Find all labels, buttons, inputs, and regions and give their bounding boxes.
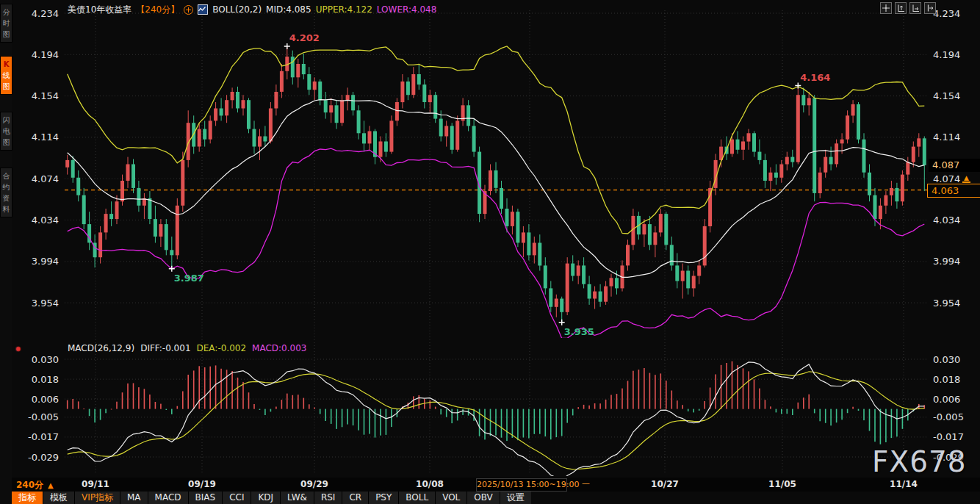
- circle-plus-icon[interactable]: [184, 5, 193, 15]
- sidebar-tab-char: 图: [3, 81, 10, 92]
- y-tick-label: -0.017: [933, 431, 964, 442]
- chart-app: 分时图K线图闪电图合约资料 4.2023.9873.9354.1644.2344…: [0, 0, 980, 504]
- macd-header: MACD(26,12,9) DIFF:-0.001 DEA:-0.002 MAC…: [68, 343, 306, 353]
- boll-upper-value: UPPER:4.122: [316, 4, 372, 15]
- sidebar-tab-char: 分: [3, 7, 10, 18]
- toolbar-button-KDJ[interactable]: KDJ: [251, 492, 280, 504]
- macd-label: MACD(26,12,9): [68, 343, 134, 353]
- y-tick-label: 4.114: [32, 132, 59, 143]
- sidebar: 分时图K线图闪电图合约资料: [0, 0, 12, 504]
- toolbar-button-OBV[interactable]: OBV: [467, 492, 500, 504]
- toolbar-button-模板[interactable]: 模板: [43, 492, 74, 504]
- toolbar-button-VOL[interactable]: VOL: [436, 492, 466, 504]
- boll-lower-value: LOWER:4.048: [377, 4, 437, 15]
- x-tick-label: 09/19: [188, 479, 216, 489]
- toolbar-button-MACD[interactable]: MACD: [148, 492, 188, 504]
- toolbar-button-设置[interactable]: 设置: [500, 492, 531, 504]
- toolbar-button-CCI[interactable]: CCI: [223, 492, 251, 504]
- sidebar-tab-char: 电: [3, 126, 10, 137]
- selected-period-badge: 2025/10/13 15:00~19:00 一: [476, 478, 567, 492]
- sidebar-tab-char: 资: [3, 192, 10, 204]
- sidebar-tab-2[interactable]: 闪电图: [0, 112, 12, 151]
- corner-toolbar: [880, 2, 936, 14]
- sidebar-tab-char: 线: [3, 70, 10, 81]
- y-tick-label: 4.234: [32, 8, 59, 19]
- x-tick-label: 10/08: [416, 479, 444, 489]
- chart-type-icon[interactable]: [198, 4, 208, 15]
- pan-right-icon[interactable]: [924, 2, 936, 14]
- scroll-to-latest-icon[interactable]: ▲: [962, 175, 970, 183]
- price-annotation: 3.987: [174, 273, 204, 284]
- y-tick-label: 4.194: [933, 49, 960, 60]
- x-tick-label: 09/11: [82, 479, 109, 489]
- macd-macd-value: MACD:0.003: [252, 343, 306, 353]
- up-triangle-icon: ▲: [48, 481, 54, 489]
- y-tick-label: 4.034: [933, 215, 960, 226]
- timeframe-selector[interactable]: 240分▲: [16, 479, 54, 492]
- x-tick-label: 09/29: [300, 479, 328, 489]
- macd-dea-value: DEA:-0.002: [197, 343, 247, 353]
- sidebar-tab-1[interactable]: K线图: [0, 56, 12, 95]
- y-tick-label: -0.005: [28, 411, 59, 422]
- y-tick-label: -0.005: [933, 411, 964, 422]
- sidebar-tab-char: 料: [3, 204, 10, 215]
- crosshair-icon[interactable]: [880, 2, 892, 14]
- y-tick-label: 4.034: [32, 215, 59, 226]
- toolbar-button-VIP指标[interactable]: VIP指标: [75, 492, 120, 504]
- y-tick-label: 3.994: [32, 256, 59, 267]
- y-tick-label: 4.074: [32, 173, 59, 184]
- sidebar-tab-char: 合: [3, 170, 10, 181]
- symbol-title: 美债10年收益率: [68, 4, 131, 16]
- sidebar-tab-3[interactable]: 合约资料: [0, 168, 12, 217]
- sidebar-tab-char: 约: [3, 181, 10, 192]
- sidebar-tab-char: 图: [3, 29, 10, 40]
- y-tick-label: 0.018: [32, 374, 59, 385]
- price-annotation: 4.164: [800, 72, 830, 83]
- y-axis-fit-icon[interactable]: [895, 2, 907, 14]
- y-tick-label: 4.154: [933, 90, 960, 101]
- y-tick-label: 0.006: [32, 394, 59, 405]
- toolbar-button-BIAS[interactable]: BIAS: [189, 492, 223, 504]
- y-tick-label: 4.114: [933, 132, 960, 143]
- watermark: FX678: [872, 445, 967, 478]
- chart-header: 美债10年收益率 【240分】 BOLL(20,2) MID:4.085 UPP…: [68, 4, 436, 15]
- sidebar-tab-char: 闪: [3, 115, 10, 126]
- indicator-marker-icon[interactable]: ✹: [15, 345, 21, 354]
- sidebar-tab-0[interactable]: 分时图: [0, 4, 12, 43]
- y-tick-label: 3.954: [933, 298, 960, 309]
- price-marker-cross: [559, 320, 565, 325]
- sidebar-tab-char: 时: [3, 18, 10, 29]
- toolbar-button-MA[interactable]: MA: [120, 492, 148, 504]
- price-annotation: 3.935: [564, 326, 594, 337]
- y-tick-label: -0.017: [28, 431, 59, 442]
- boll-label: BOLL(20,2): [212, 4, 262, 15]
- sidebar-tab-char: 图: [3, 137, 10, 148]
- y-tick-label: 3.954: [32, 298, 59, 309]
- toolbar-button-PSY[interactable]: PSY: [369, 492, 398, 504]
- x-axis-fit-icon[interactable]: [909, 2, 921, 14]
- toolbar-button-BOLL[interactable]: BOLL: [399, 492, 435, 504]
- x-tick-label: 11/14: [890, 479, 918, 489]
- y-tick-label: 4.234: [933, 8, 960, 19]
- toolbar-button-RSI[interactable]: RSI: [314, 492, 342, 504]
- y-tick-label: 0.030: [933, 354, 960, 365]
- date-axis: 240分▲ 2025/10/13 15:00~19:00 一 09/1109/1…: [12, 478, 980, 492]
- price-marker-cross: [284, 43, 290, 49]
- price-annotation: 4.202: [289, 32, 320, 43]
- quote-price-label: 4.063: [927, 184, 980, 198]
- toolbar-button-指标[interactable]: 指标: [12, 492, 43, 504]
- y-tick-label: -0.029: [28, 452, 59, 463]
- y-tick-label: 0.018: [933, 374, 960, 385]
- indicator-toolbar: 指标模板VIP指标MAMACDBIASCCIKDJLW&RSICRPSYBOLL…: [12, 492, 531, 504]
- macd-diff-value: DIFF:-0.001: [140, 343, 190, 353]
- y-tick-label: 3.994: [933, 256, 960, 267]
- sidebar-tab-char: K: [4, 59, 10, 70]
- toolbar-button-CR[interactable]: CR: [342, 492, 368, 504]
- x-tick-label: 11/05: [768, 479, 796, 489]
- chart-canvas[interactable]: 4.2023.9873.9354.1644.2344.2344.1944.194…: [12, 0, 980, 478]
- y-tick-label: 4.194: [32, 49, 59, 60]
- last-price-label: 4.087: [929, 159, 980, 172]
- toolbar-button-LW&[interactable]: LW&: [281, 492, 314, 504]
- y-tick-label: 4.154: [32, 90, 59, 101]
- y-tick-label: 0.030: [32, 354, 59, 365]
